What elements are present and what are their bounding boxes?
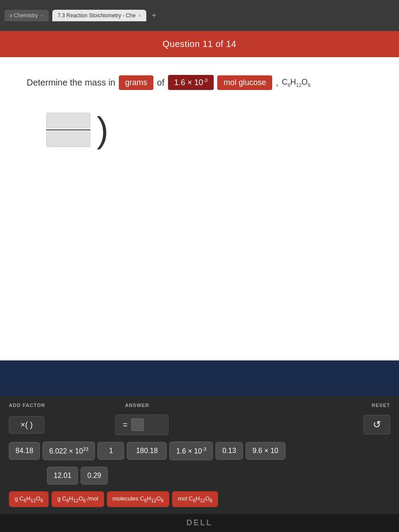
answer-box[interactable]: [131, 419, 144, 431]
question-comma: ,: [276, 78, 278, 88]
tile-1-6e-3[interactable]: 1.6 × 10-3: [169, 442, 213, 460]
units-row: g C6H12O6 g C6H12O6 /mol molecules C6H12…: [9, 491, 390, 507]
unit-gcho[interactable]: g C6H12O6: [9, 491, 49, 507]
tiles-row-1: 84.18 6.022 × 1023 1 180.18 1.6 × 10-3 0…: [9, 442, 390, 460]
reset-button[interactable]: ↺: [364, 415, 390, 434]
mol-glucose-highlight: mol glucose: [217, 75, 272, 90]
fraction-line: [46, 129, 90, 130]
chemical-formula: C6H12O6: [282, 78, 311, 88]
tab-active-close[interactable]: ×: [138, 13, 141, 18]
calc-area: ): [44, 112, 109, 148]
dell-logo: DELL: [187, 518, 213, 527]
fraction-numerator[interactable]: [46, 113, 90, 129]
factor-display[interactable]: ×( ): [9, 416, 44, 434]
tile-12-01[interactable]: 12.01: [47, 467, 78, 485]
tile-0-29[interactable]: 0.29: [81, 467, 108, 485]
tab-inactive-label: v Chemistry: [10, 12, 38, 19]
reset-icon: ↺: [373, 419, 381, 430]
question-counter: Question 11 of 14: [163, 39, 236, 49]
question-header: Question 11 of 14: [0, 31, 399, 57]
unit-mol-cho[interactable]: mol C6H12O6: [172, 491, 218, 507]
tile-0-13[interactable]: 0.13: [215, 442, 243, 460]
tile-84-18[interactable]: 84.18: [9, 442, 40, 460]
quantity-highlight: 1.6 × 10-3: [168, 75, 214, 90]
answer-display: =: [115, 415, 168, 435]
tile-avogadro[interactable]: 6.022 × 1023: [43, 442, 95, 460]
closing-bracket: ): [97, 112, 109, 148]
bracket-area: ): [44, 112, 109, 148]
tile-9-6e10[interactable]: 9.6 × 10: [246, 442, 286, 460]
question-of: of: [157, 78, 164, 88]
tile-180-18[interactable]: 180.18: [127, 442, 167, 460]
unit-gcho-per-mol[interactable]: g C6H12O6 /mol: [51, 491, 104, 507]
tab-active-label: 7.3 Reaction Stoichiometry - Che: [58, 12, 136, 19]
tile-1[interactable]: 1: [98, 442, 124, 460]
fraction-box-top: [46, 113, 90, 147]
dark-section: [0, 360, 399, 396]
browser-chrome: v Chemistry × 7.3 Reaction Stoichiometry…: [0, 0, 399, 31]
add-factor-label: ADD FACTOR: [9, 403, 45, 408]
question-text: Determine the mass in grams of 1.6 × 10-…: [27, 75, 310, 90]
question-prefix: Determine the mass in: [27, 78, 115, 88]
tab-active[interactable]: 7.3 Reaction Stoichiometry - Che ×: [52, 10, 147, 21]
fraction-denominator[interactable]: [46, 131, 90, 147]
controls-header: ADD FACTOR ANSWER RESET: [9, 403, 390, 408]
controls-area: ADD FACTOR ANSWER RESET ×( ) = ↺ 84.18 6…: [0, 396, 399, 514]
equals-sign: =: [123, 420, 128, 430]
grams-highlight: grams: [119, 75, 153, 90]
controls-row: ×( ) = ↺: [9, 415, 390, 435]
unit-molecules-cho[interactable]: molecules C6H12O6: [107, 491, 170, 507]
new-tab-button[interactable]: +: [152, 11, 156, 20]
main-content: Question 11 of 14 Determine the mass in …: [0, 31, 399, 532]
dell-area: DELL: [0, 514, 399, 532]
tab-inactive[interactable]: v Chemistry ×: [4, 10, 49, 21]
tab-inactive-close[interactable]: ×: [40, 13, 43, 18]
answer-label: ANSWER: [125, 403, 149, 408]
question-area: Determine the mass in grams of 1.6 × 10-…: [0, 57, 399, 360]
reset-label: RESET: [372, 403, 390, 408]
tiles-row-2: 12.01 0.29: [9, 467, 390, 485]
